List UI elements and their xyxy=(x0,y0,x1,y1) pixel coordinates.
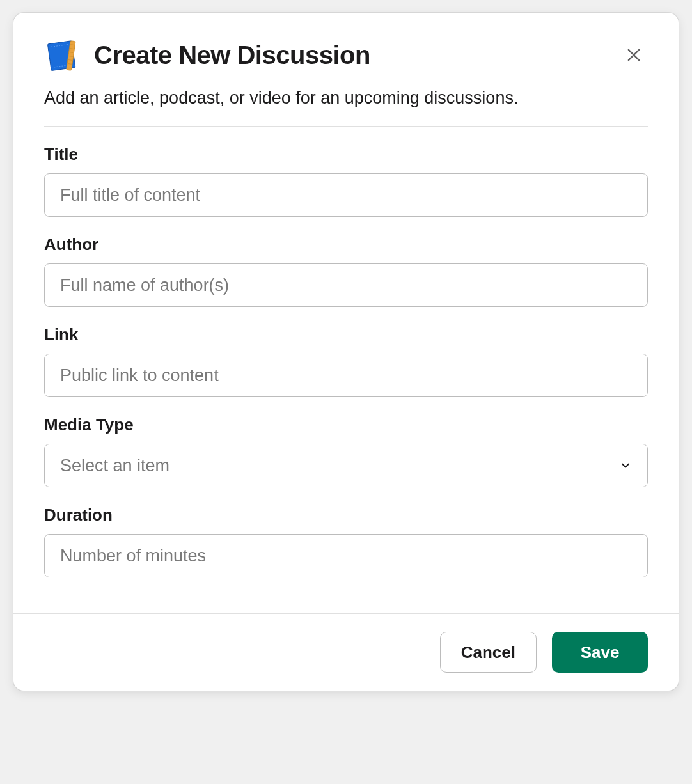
duration-label: Duration xyxy=(44,505,648,525)
media-type-placeholder: Select an item xyxy=(60,456,169,476)
close-button[interactable] xyxy=(620,41,648,69)
author-input[interactable] xyxy=(44,263,648,307)
modal-body: Add an article, podcast, or video for an… xyxy=(13,88,679,613)
author-label: Author xyxy=(44,235,648,255)
media-type-form-group: Media Type Select an item xyxy=(44,415,648,487)
save-button[interactable]: Save xyxy=(552,632,648,673)
title-form-group: Title xyxy=(44,145,648,217)
modal-footer: Cancel Save xyxy=(13,613,679,691)
modal-header: Create New Discussion xyxy=(13,13,679,88)
create-discussion-modal: Create New Discussion Add an article, po… xyxy=(13,13,679,691)
author-form-group: Author xyxy=(44,235,648,307)
duration-form-group: Duration xyxy=(44,505,648,577)
duration-input[interactable] xyxy=(44,534,648,577)
link-form-group: Link xyxy=(44,325,648,397)
title-label: Title xyxy=(44,145,648,164)
notebook-icon xyxy=(44,37,80,73)
title-input[interactable] xyxy=(44,173,648,217)
modal-title: Create New Discussion xyxy=(94,41,370,70)
header-left: Create New Discussion xyxy=(44,37,370,73)
link-input[interactable] xyxy=(44,354,648,397)
link-label: Link xyxy=(44,325,648,345)
chevron-down-icon xyxy=(619,459,632,472)
media-type-label: Media Type xyxy=(44,415,648,435)
cancel-button[interactable]: Cancel xyxy=(440,632,537,673)
modal-description: Add an article, podcast, or video for an… xyxy=(44,88,648,127)
close-icon xyxy=(625,46,643,64)
media-type-select[interactable]: Select an item xyxy=(44,444,648,487)
